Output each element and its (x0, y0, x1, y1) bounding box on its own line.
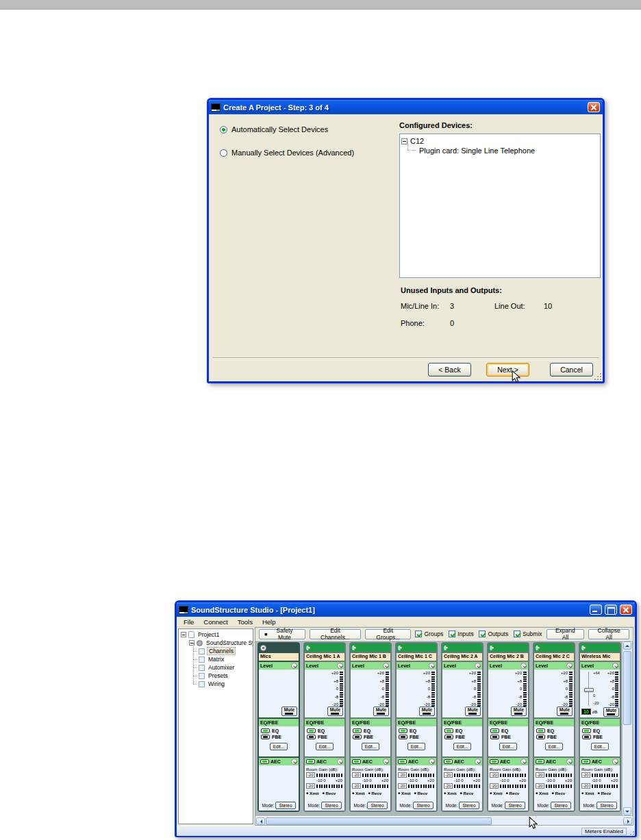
aec-toggle[interactable] (260, 759, 269, 764)
device-node-label[interactable]: C12 (410, 137, 424, 145)
level-fader[interactable]: +640-20 (581, 672, 602, 706)
tree-row[interactable]: Presets (179, 672, 253, 680)
checkbox-inputs[interactable]: Inputs (449, 631, 473, 637)
mute-button[interactable]: Mute (281, 707, 297, 716)
collapse-strip-icon[interactable]: « (260, 645, 266, 651)
checkbox-groups-input[interactable] (415, 631, 422, 637)
mute-button[interactable]: Mute (327, 707, 343, 716)
room-gain-value[interactable]: -20 (398, 783, 407, 789)
eq-edit-button[interactable]: Edit... (362, 743, 380, 750)
tree-node-automixer[interactable]: Automixer (207, 664, 236, 671)
eq-edit-button[interactable]: Edit... (591, 743, 609, 750)
minimize-button[interactable] (590, 604, 602, 615)
back-button[interactable]: < Back (428, 363, 471, 377)
fbe-toggle[interactable] (261, 735, 270, 739)
tree-expand-icon[interactable] (181, 632, 186, 637)
collapse-chevron-icon[interactable] (429, 759, 435, 765)
collapse-chevron-icon[interactable] (475, 663, 481, 669)
scroll-left-icon[interactable] (256, 817, 265, 825)
collapse-chevron-icon[interactable] (520, 663, 527, 669)
collapse-chevron-icon[interactable] (612, 663, 618, 669)
mute-button[interactable]: Mute (603, 707, 619, 717)
checkbox-outputs[interactable]: Outputs (479, 631, 508, 637)
aec-mode-button[interactable]: Stereo (413, 802, 433, 809)
eq-edit-button[interactable]: Edit... (545, 743, 564, 750)
room-gain-value[interactable]: -20 (490, 772, 499, 778)
room-gain-value[interactable]: -20 (398, 772, 407, 778)
checkbox-groups[interactable]: Groups (415, 631, 443, 637)
device-tree-row-plugin[interactable]: Plugin card: Single Line Telephone (401, 146, 599, 155)
tree-row[interactable]: Project1 (179, 631, 253, 639)
room-gain-value[interactable]: -20 (581, 772, 590, 778)
aec-toggle[interactable] (444, 759, 453, 764)
menu-file[interactable]: File (179, 618, 199, 626)
fbe-toggle[interactable] (399, 735, 407, 739)
eq-edit-button[interactable]: Edit... (453, 743, 472, 750)
aec-mode-button[interactable]: Stereo (459, 802, 479, 809)
collapse-chevron-icon[interactable] (291, 759, 297, 765)
fbe-toggle[interactable] (307, 735, 316, 739)
checkbox-inputs-input[interactable] (449, 631, 455, 637)
collapse-chevron-icon[interactable] (337, 759, 343, 765)
tree-row[interactable]: Automixer (179, 663, 253, 672)
checkbox-outputs-input[interactable] (479, 631, 486, 637)
menu-connect[interactable]: Connect (199, 618, 232, 626)
room-gain-value[interactable]: -20 (490, 783, 499, 789)
eq-edit-button[interactable]: Edit... (316, 743, 334, 750)
tree-node-wiring[interactable]: Wiring (207, 680, 226, 687)
mute-button[interactable]: Mute (373, 707, 389, 716)
radio-manual-select[interactable]: Manually Select Devices (Advanced) (220, 149, 354, 157)
eq-toggle[interactable] (399, 728, 407, 733)
scroll-right-icon[interactable] (623, 817, 632, 825)
device-tree-row-c12[interactable]: C12 (401, 136, 599, 146)
fader-handle[interactable] (584, 688, 594, 692)
aec-toggle[interactable] (398, 759, 407, 764)
eq-edit-button[interactable]: Edit... (407, 743, 426, 750)
fbe-toggle[interactable] (582, 735, 591, 739)
eq-toggle[interactable] (582, 728, 591, 733)
room-gain-value[interactable]: -20 (581, 783, 590, 789)
menu-tools[interactable]: Tools (233, 618, 257, 626)
studio-close-button[interactable] (620, 604, 632, 615)
tree-node-channels[interactable]: Channels (207, 647, 236, 655)
eq-edit-button[interactable]: Edit... (499, 743, 518, 750)
room-gain-value[interactable]: -20 (306, 772, 315, 778)
radio-manual-input[interactable] (220, 149, 227, 157)
aec-toggle[interactable] (536, 759, 544, 764)
room-gain-value[interactable]: -20 (536, 783, 544, 789)
tree-node-presets[interactable]: Presets (207, 672, 229, 679)
project-navigation-tree[interactable]: Project1SoundStructure SystemChannelsMat… (178, 628, 253, 824)
fbe-toggle[interactable] (444, 735, 453, 739)
tree-row[interactable]: Wiring (179, 680, 253, 688)
menu-help[interactable]: Help (257, 618, 281, 626)
horizontal-scroll-thumb[interactable] (266, 817, 492, 825)
aec-toggle[interactable] (306, 759, 315, 764)
horizontal-scrollbar[interactable] (255, 816, 633, 825)
tree-node-system[interactable]: SoundStructure System (205, 639, 253, 646)
mute-button[interactable]: Mute (557, 707, 573, 716)
room-gain-value[interactable]: -20 (444, 783, 453, 789)
tree-row[interactable]: Channels (179, 647, 253, 655)
mute-button[interactable]: Mute (465, 707, 481, 716)
collapse-chevron-icon[interactable] (291, 663, 297, 669)
vertical-scrollbar[interactable] (623, 641, 632, 815)
expand-all-button[interactable]: Expand All (546, 629, 585, 639)
radio-automatic-input[interactable] (220, 126, 227, 133)
eq-edit-button[interactable]: Edit... (270, 743, 288, 750)
checkbox-submix[interactable]: Submix (514, 631, 542, 637)
collapse-chevron-icon[interactable] (429, 663, 435, 669)
safety-mute-button[interactable]: ■ Safety Mute (259, 629, 305, 639)
aec-toggle[interactable] (490, 759, 499, 764)
collapse-chevron-icon[interactable] (566, 663, 573, 669)
scroll-up-icon[interactable] (623, 641, 631, 650)
configured-devices-tree[interactable]: C12 Plugin card: Single Line Telephone (399, 133, 601, 278)
collapse-chevron-icon[interactable] (612, 759, 618, 765)
aec-toggle[interactable] (581, 759, 590, 764)
eq-toggle[interactable] (444, 728, 453, 733)
edit-channels-button[interactable]: Edit Channels... (310, 629, 361, 639)
tree-node-project[interactable]: Project1 (197, 631, 221, 638)
aec-mode-button[interactable]: Stereo (596, 802, 616, 809)
fbe-toggle[interactable] (536, 735, 545, 739)
edit-groups-button[interactable]: Edit Groups... (365, 629, 411, 639)
eq-toggle[interactable] (353, 728, 362, 733)
